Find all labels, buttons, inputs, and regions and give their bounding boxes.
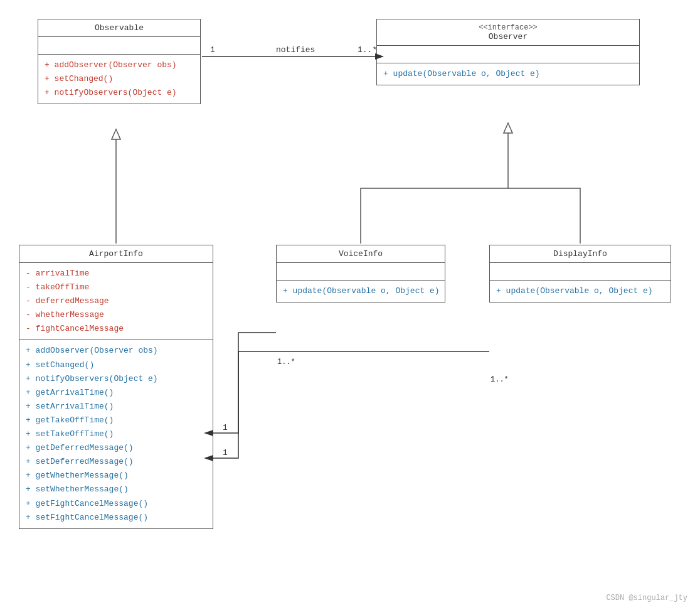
voiceinfo-fields [277,263,445,281]
airportinfo-method-11: + setWhetherMessage() [26,483,206,496]
airportinfo-method-4: + getArrivalTime() [26,386,206,400]
svg-text:1: 1 [223,423,228,432]
watermark: CSDN @singular_jty [606,594,687,602]
observer-title: <<interface>> Observer [377,19,639,46]
airportinfo-field-1: - arrivalTime [26,267,206,281]
displayinfo-box: DisplayInfo + update(Observable o, Objec… [489,245,671,302]
observable-box: Observable + addObserver(Observer obs) +… [38,19,201,104]
airportinfo-method-6: + getTakeOffTime() [26,414,206,427]
airportinfo-method-1: + addObserver(Observer obs) [26,344,206,358]
airportinfo-field-2: - takeOffTime [26,281,206,294]
observer-fields [377,46,639,63]
airportinfo-method-5: + setArrivalTime() [26,400,206,414]
airportinfo-method-3: + notifyObservers(Object e) [26,372,206,386]
voiceinfo-method-1: + update(Observable o, Object e) [283,284,438,298]
airportinfo-method-13: + setFightCancelMessage() [26,511,206,525]
svg-text:notifies: notifies [276,45,315,55]
voiceinfo-methods: + update(Observable o, Object e) [277,281,445,302]
observable-methods: + addObserver(Observer obs) + setChanged… [38,55,200,104]
observer-method-1: + update(Observable o, Object e) [383,67,633,81]
observable-method-2: + setChanged() [45,72,194,86]
airportinfo-methods: + addObserver(Observer obs) + setChanged… [19,340,213,528]
observer-box: <<interface>> Observer + update(Observab… [376,19,640,85]
voiceinfo-box: VoiceInfo + update(Observable o, Object … [276,245,445,302]
displayinfo-title: DisplayInfo [490,245,671,263]
svg-text:1..*: 1..* [491,375,509,384]
airportinfo-method-9: + setDeferredMessage() [26,455,206,469]
svg-text:1..*: 1..* [358,45,377,55]
airportinfo-field-5: - fightCancelMessage [26,322,206,336]
displayinfo-fields [490,263,671,281]
diagram-container: Observable + addObserver(Observer obs) +… [0,0,700,610]
svg-marker-6 [112,129,120,139]
observer-stereotype: <<interface>> [383,23,633,32]
displayinfo-method-1: + update(Observable o, Object e) [496,284,664,298]
observable-title: Observable [38,19,200,37]
observer-name: Observer [383,32,633,41]
svg-marker-7 [504,123,512,133]
voiceinfo-title: VoiceInfo [277,245,445,263]
observable-method-1: + addObserver(Observer obs) [45,58,194,72]
svg-text:1..*: 1..* [277,358,295,367]
airportinfo-fields: - arrivalTime - takeOffTime - deferredMe… [19,263,213,340]
airportinfo-method-10: + getWhetherMessage() [26,469,206,483]
airportinfo-method-2: + setChanged() [26,358,206,372]
airportinfo-method-8: + getDeferredMessage() [26,441,206,455]
airportinfo-field-4: - whetherMessage [26,308,206,322]
airportinfo-field-3: - deferredMessage [26,294,206,308]
observer-methods: + update(Observable o, Object e) [377,63,639,85]
airportinfo-method-12: + getFightCancelMessage() [26,497,206,511]
airportinfo-box: AirportInfo - arrivalTime - takeOffTime … [19,245,213,529]
airportinfo-method-7: + setTakeOffTime() [26,427,206,441]
displayinfo-methods: + update(Observable o, Object e) [490,281,671,302]
svg-text:1: 1 [210,45,215,55]
observable-fields [38,37,200,55]
svg-text:1: 1 [223,448,228,458]
observable-method-3: + notifyObservers(Object e) [45,86,194,100]
airportinfo-title: AirportInfo [19,245,213,263]
